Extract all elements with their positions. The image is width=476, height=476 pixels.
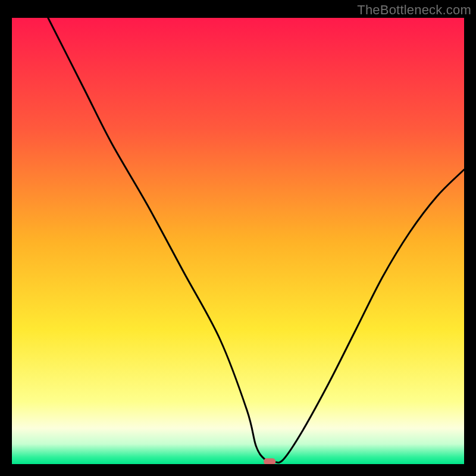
minimum-marker — [264, 458, 275, 464]
chart-svg — [12, 18, 464, 464]
gradient-background — [12, 18, 464, 464]
watermark-text: TheBottleneck.com — [357, 2, 471, 18]
plot-area — [12, 18, 464, 464]
chart-frame: TheBottleneck.com — [0, 0, 476, 476]
